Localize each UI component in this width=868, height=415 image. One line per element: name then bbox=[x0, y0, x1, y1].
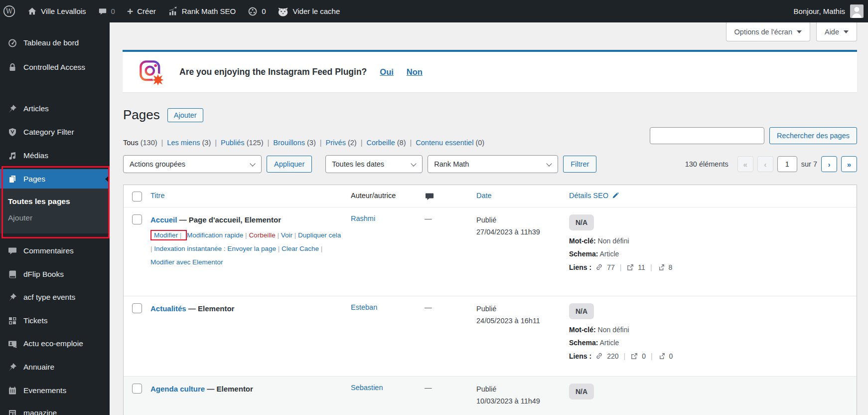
sidebar-item-articles[interactable]: Articles bbox=[0, 99, 110, 118]
apply-button[interactable]: Appliquer bbox=[267, 156, 312, 173]
comments-count: — bbox=[425, 384, 432, 392]
sidebar-item-category-filter[interactable]: Category Filter bbox=[0, 122, 110, 142]
id-card-icon bbox=[7, 339, 17, 349]
comments-header-icon[interactable] bbox=[425, 192, 471, 202]
admin-bar-counter[interactable]: 0 bbox=[242, 0, 272, 22]
links-stats: Liens : 220| 0| 0 bbox=[569, 352, 852, 360]
action-clear-cache[interactable]: Clear Cache bbox=[282, 245, 322, 252]
filter-brouillons[interactable]: Brouillons (3) bbox=[273, 139, 325, 147]
author-link[interactable]: Sebastien bbox=[351, 384, 383, 392]
author-link[interactable]: Rashmi bbox=[351, 214, 375, 222]
incoming-link-icon bbox=[658, 352, 666, 360]
author-link[interactable]: Esteban bbox=[351, 303, 377, 311]
page-state: — Elementor bbox=[205, 385, 253, 393]
filter-button[interactable]: Filtrer bbox=[563, 156, 596, 173]
items-count: 130 éléments bbox=[685, 160, 728, 168]
action-indexation[interactable]: Indexation instantanée : Envoyer la page bbox=[154, 245, 282, 252]
plus-icon: + bbox=[127, 6, 133, 16]
admin-bar-rank-math[interactable]: Rank Math SEO bbox=[162, 0, 242, 22]
chevron-down-icon bbox=[250, 161, 255, 166]
admin-bar-site-name[interactable]: Ville Levallois bbox=[21, 0, 92, 22]
filter-tous[interactable]: Tous (130) bbox=[123, 139, 167, 147]
chevron-down-icon bbox=[797, 30, 802, 33]
wordpress-logo-icon: W bbox=[3, 5, 15, 17]
filter-prives[interactable]: Privés (2) bbox=[326, 139, 367, 147]
submenu-add-page[interactable]: Ajouter bbox=[8, 213, 110, 222]
seo-details-header[interactable]: Détails SEO bbox=[569, 192, 608, 200]
book-icon bbox=[7, 269, 17, 279]
table-row: Actualités — Elementor Esteban — Publié … bbox=[124, 296, 857, 376]
next-page-button[interactable]: › bbox=[821, 156, 837, 172]
main-content: Options de l'écran Aide A bbox=[110, 22, 868, 415]
sidebar-item-annuaire[interactable]: Annuaire bbox=[0, 357, 110, 377]
avatar[interactable] bbox=[850, 4, 864, 18]
filter-les-miens[interactable]: Les miens (3) bbox=[167, 139, 221, 147]
help-button[interactable]: Aide bbox=[816, 22, 857, 41]
pushpin-icon bbox=[7, 362, 17, 372]
sort-date-header[interactable]: Date bbox=[476, 192, 492, 200]
submenu-all-pages[interactable]: Toutes les pages bbox=[8, 197, 110, 206]
sidebar-item-tickets[interactable]: Tickets bbox=[0, 311, 110, 330]
current-menu-arrow bbox=[105, 175, 110, 183]
page-number-input[interactable] bbox=[777, 156, 797, 172]
last-page-button[interactable]: » bbox=[841, 156, 857, 172]
filter-contenu-essentiel[interactable]: Contenu essentiel (0) bbox=[416, 139, 484, 147]
admin-bar-comments[interactable]: 0 bbox=[92, 0, 121, 22]
page-title-link[interactable]: Actualités bbox=[150, 304, 186, 313]
add-page-button[interactable]: Ajouter bbox=[167, 108, 203, 122]
sidebar-item-evenements[interactable]: Evenements bbox=[0, 381, 110, 400]
page-title-link[interactable]: Accueil bbox=[150, 215, 177, 224]
rank-math-filter-select[interactable]: Rank Math bbox=[428, 155, 558, 173]
notice-yes-link[interactable]: Oui bbox=[380, 67, 394, 77]
filter-corbeille[interactable]: Corbeille (8) bbox=[366, 139, 416, 147]
sidebar-item-medias[interactable]: Médias bbox=[0, 146, 110, 165]
sort-title-header[interactable]: Titre bbox=[150, 192, 164, 200]
sidebar-item-commentaires[interactable]: Commentaires bbox=[0, 241, 110, 260]
action-modification-rapide[interactable]: Modification rapide bbox=[187, 231, 249, 239]
sidebar-item-dashboard[interactable]: Tableau de bord bbox=[0, 33, 110, 52]
table-header-row: Titre Auteur/autrice Date Détails SEO bbox=[124, 185, 857, 207]
admin-bar-new-content[interactable]: + Créer bbox=[121, 0, 162, 22]
sidebar-item-magazine[interactable]: magazine bbox=[0, 403, 110, 415]
bulk-actions-select[interactable]: Actions groupées bbox=[123, 155, 262, 173]
row-checkbox[interactable] bbox=[132, 303, 142, 313]
post-date: 10/03/2023 à 11h49 bbox=[476, 396, 564, 408]
select-all-checkbox[interactable] bbox=[132, 192, 142, 202]
keyword-value: Non défini bbox=[598, 237, 629, 245]
table-row: Agenda culture — Elementor Sebastien — P… bbox=[124, 376, 857, 415]
row-checkbox[interactable] bbox=[132, 384, 142, 394]
page-state: — Elementor bbox=[186, 304, 235, 313]
row-actions: ModifierModification rapideCorbeilleVoir… bbox=[150, 228, 343, 269]
admin-bar-clear-cache[interactable]: Vider le cache bbox=[272, 0, 346, 22]
admin-sidebar: Tableau de bord Controlled Access Articl… bbox=[0, 22, 110, 415]
filter-publies[interactable]: Publiés (125) bbox=[221, 139, 273, 147]
chevron-down-icon bbox=[844, 30, 849, 33]
sidebar-item-pages[interactable]: Pages bbox=[0, 169, 110, 189]
row-checkbox[interactable] bbox=[132, 214, 142, 224]
sidebar-item-actu-eco-emploie[interactable]: Actu eco-emploie bbox=[0, 334, 110, 353]
action-modifier[interactable]: Modifier bbox=[150, 230, 187, 240]
calendar-icon bbox=[7, 386, 17, 396]
seo-score-badge: N/A bbox=[569, 214, 594, 230]
external-link-icon bbox=[630, 352, 638, 360]
pages-submenu: Toutes les pages Ajouter bbox=[0, 189, 110, 233]
action-modifier-elementor[interactable]: Modifier avec Elementor bbox=[150, 258, 223, 266]
notice-question: Are you enjoying the Instagram Feed Plug… bbox=[179, 67, 367, 77]
page-title-link[interactable]: Agenda culture bbox=[150, 385, 205, 393]
action-corbeille[interactable]: Corbeille bbox=[249, 231, 281, 239]
admin-bar-greeting[interactable]: Bonjour, Mathis bbox=[794, 7, 845, 15]
sidebar-item-controlled-access[interactable]: Controlled Access bbox=[0, 53, 95, 82]
search-pages-button[interactable]: Rechercher des pages bbox=[769, 127, 857, 144]
wordpress-menu[interactable]: W bbox=[0, 0, 21, 22]
seo-score-badge: N/A bbox=[569, 384, 594, 400]
sidebar-item-acf-type-events[interactable]: acf type events bbox=[0, 287, 110, 307]
svg-text:W: W bbox=[6, 7, 13, 15]
search-input[interactable] bbox=[650, 127, 764, 144]
action-voir[interactable]: Voir bbox=[281, 231, 298, 239]
notice-no-link[interactable]: Non bbox=[407, 67, 423, 77]
screen-options-button[interactable]: Options de l'écran bbox=[726, 22, 810, 41]
comments-count: — bbox=[425, 303, 432, 311]
dates-filter-select[interactable]: Toutes les dates bbox=[325, 155, 423, 173]
sidebar-item-dflip-books[interactable]: dFlip Books bbox=[0, 264, 110, 284]
page-state: — Page d'accueil, Elementor bbox=[177, 215, 281, 224]
